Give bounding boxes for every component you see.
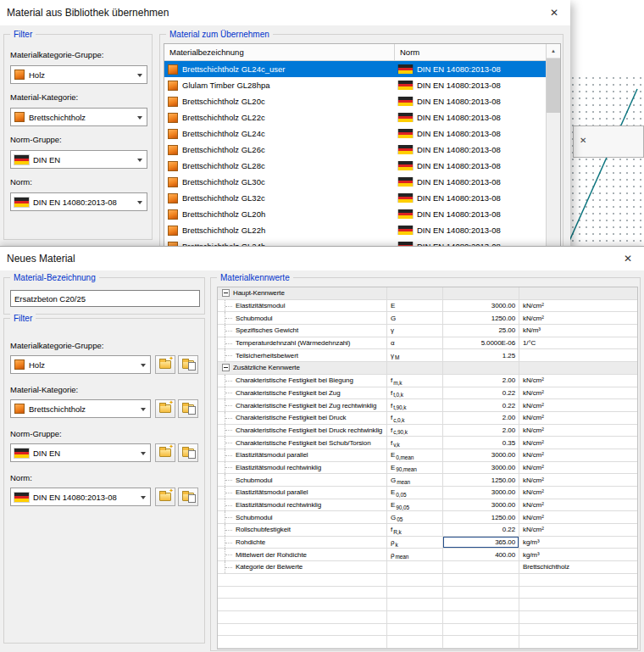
library-dialog-titlebar[interactable]: Material aus Bibliothek übernehmen ✕: [0, 0, 570, 25]
property-row[interactable]: Charakteristische Festigkeit bei Druck r…: [218, 425, 637, 437]
property-group-row[interactable]: Zusätzliche Kennwerte: [218, 362, 637, 375]
property-value-cell[interactable]: 365.00: [443, 537, 519, 549]
property-symbol-subscript: c,90,k: [393, 429, 408, 435]
property-row[interactable]: Charakteristische Festigkeit bei Biegung…: [218, 375, 637, 387]
property-value-cell[interactable]: 3000.00: [443, 449, 519, 462]
material-name: Glulam Timber GL28hpa: [182, 81, 270, 90]
library-button[interactable]: [178, 488, 198, 506]
collapse-icon[interactable]: [222, 364, 230, 371]
property-value-cell[interactable]: 2.00: [443, 425, 519, 437]
combo-material-kategorie[interactable]: Brettschichtholz: [10, 399, 151, 418]
new-entry-button[interactable]: [155, 488, 175, 506]
property-value-cell[interactable]: 0.22: [443, 387, 519, 400]
library-button[interactable]: [178, 399, 198, 418]
new-entry-button[interactable]: [155, 443, 175, 462]
property-row[interactable]: Charakteristische Festigkeit bei Druckfc…: [218, 412, 637, 425]
property-row[interactable]: RollschubfestigkeitfR,k0.22kN/cm²: [218, 524, 637, 537]
scroll-up-icon[interactable]: ▲: [547, 44, 560, 59]
scrollbar-thumb[interactable]: [547, 59, 560, 113]
combo-materialkategorie-gruppe[interactable]: Holz: [10, 65, 147, 84]
table-row[interactable]: Brettschichtholz GL24cDIN EN 14080:2013-…: [164, 125, 546, 142]
property-row[interactable]: Elastizitätsmodul rechtwinkligE90,mean30…: [218, 462, 637, 475]
vertical-scrollbar[interactable]: ▲: [546, 44, 560, 248]
property-value-cell[interactable]: 1250.00: [443, 474, 519, 487]
property-group-row[interactable]: Haupt-Kennwerte: [218, 287, 637, 300]
property-value-cell[interactable]: 3000.00: [443, 300, 519, 313]
library-button[interactable]: [178, 443, 198, 462]
property-row[interactable]: Elastizitätsmodul rechtwinkligE90,053000…: [218, 499, 637, 512]
folder-library-icon: [182, 404, 194, 413]
property-row[interactable]: SchubmodulG051250.00kN/cm²: [218, 511, 637, 524]
property-value-cell[interactable]: 25.00: [443, 325, 519, 337]
property-value-cell[interactable]: 0.22: [443, 399, 519, 412]
property-symbol-cell: ρmean: [387, 549, 443, 561]
property-row[interactable]: Rohdichteρk365.00kg/m³: [218, 537, 637, 549]
table-row[interactable]: Brettschichtholz GL26cDIN EN 14080:2013-…: [164, 142, 546, 158]
column-header-materialbezeichnung[interactable]: Materialbezeichnung: [164, 44, 395, 60]
material-name-input[interactable]: [10, 290, 200, 307]
close-icon[interactable]: ✕: [547, 7, 562, 19]
property-symbol: f: [391, 439, 392, 447]
norm-cell: DIN EN 14080:2013-08: [395, 64, 546, 74]
new-material-dialog-titlebar[interactable]: Neues Material ✕: [0, 247, 644, 270]
table-row[interactable]: Brettschichtholz GL22hDIN EN 14080:2013-…: [164, 222, 546, 238]
chevron-down-icon: [141, 496, 146, 499]
filter-field-label: Materialkategorie-Gruppe:: [10, 341, 103, 350]
norm-cell: DIN EN 14080:2013-08: [395, 177, 546, 187]
property-value-cell[interactable]: 3000.00: [443, 462, 519, 475]
close-icon[interactable]: ✕: [620, 253, 636, 265]
norm-cell: DIN EN 14080:2013-08: [395, 129, 546, 138]
property-row[interactable]: Charakteristische Festigkeit bei Zugft,0…: [218, 387, 637, 400]
norm-cell: DIN EN 14080:2013-08: [395, 97, 546, 106]
property-value-cell[interactable]: 1250.00: [443, 511, 519, 524]
table-row[interactable]: Brettschichtholz GL22cDIN EN 14080:2013-…: [164, 109, 546, 125]
german-flag-icon: [398, 113, 413, 122]
property-value-cell[interactable]: 2.00: [443, 412, 519, 425]
property-row[interactable]: Kategorie der BeiwerteBrettschichtholz: [218, 561, 637, 574]
combo-material-kategorie[interactable]: Brettschichtholz: [10, 108, 147, 126]
combo-norm-gruppe[interactable]: DIN EN: [10, 150, 147, 169]
table-row[interactable]: Brettschichtholz GL20hDIN EN 14080:2013-…: [164, 206, 546, 222]
property-value-cell[interactable]: 5.0000E-06: [443, 337, 519, 350]
combo-norm[interactable]: DIN EN 14080:2013-08: [10, 488, 151, 506]
property-value-cell[interactable]: 0.35: [443, 437, 519, 449]
table-row[interactable]: Brettschichtholz GL20cDIN EN 14080:2013-…: [164, 93, 546, 109]
property-row[interactable]: Spezifisches Gewichtγ25.00kN/m³: [218, 325, 637, 337]
property-value-cell[interactable]: 2.00: [443, 375, 519, 387]
property-value-cell[interactable]: 1.25: [443, 349, 519, 362]
table-row[interactable]: Brettschichtholz GL24c_userDIN EN 14080:…: [164, 61, 546, 77]
property-row[interactable]: SchubmodulGmean1250.00kN/cm²: [218, 474, 637, 487]
property-value-cell[interactable]: 1250.00: [443, 312, 519, 325]
combo-materialkategorie-gruppe[interactable]: Holz: [10, 355, 151, 374]
panel-close-icon[interactable]: ✕: [580, 136, 586, 145]
property-value-cell[interactable]: 400.00: [443, 549, 519, 561]
library-button[interactable]: [178, 355, 198, 374]
property-row[interactable]: Charakteristische Festigkeit bei Zug rec…: [218, 399, 637, 412]
german-flag-icon: [398, 81, 413, 90]
property-row[interactable]: ElastizitätsmodulE3000.00kN/cm²: [218, 300, 637, 313]
collapse-icon[interactable]: [222, 289, 230, 297]
property-row[interactable]: Charakteristische Festigkeit bei Schub/T…: [218, 437, 637, 449]
property-row[interactable]: Elastizitätsmodul parallelE0,053000.00kN…: [218, 487, 637, 499]
property-row[interactable]: Mittelwert der Rohdichteρmean400.00kg/m³: [218, 549, 637, 561]
property-row[interactable]: Elastizitätsmodul parallelE0,mean3000.00…: [218, 449, 637, 462]
property-row[interactable]: TeilsicherheitsbeiwertγM1.25: [218, 349, 637, 362]
table-row[interactable]: Brettschichtholz GL32cDIN EN 14080:2013-…: [164, 190, 546, 206]
property-symbol-subscript: mean: [397, 479, 410, 485]
material-icon: [168, 177, 178, 187]
new-entry-button[interactable]: [155, 355, 175, 374]
new-entry-button[interactable]: [155, 399, 175, 418]
property-value-cell[interactable]: 3000.00: [443, 487, 519, 499]
material-name: Brettschichtholz GL24c: [182, 129, 265, 138]
table-row[interactable]: Brettschichtholz GL30cDIN EN 14080:2013-…: [164, 174, 546, 190]
property-value-cell[interactable]: 0.22: [443, 524, 519, 537]
combo-norm-gruppe[interactable]: DIN EN: [10, 443, 151, 462]
property-value-cell[interactable]: [443, 561, 519, 574]
property-row[interactable]: Temperaturdehnzahl (Wärmedehnzahl)α5.000…: [218, 337, 637, 350]
table-row[interactable]: Glulam Timber GL28hpaDIN EN 14080:2013-0…: [164, 77, 546, 93]
property-value-cell[interactable]: 3000.00: [443, 499, 519, 512]
property-row[interactable]: SchubmodulG1250.00kN/cm²: [218, 312, 637, 325]
column-header-norm[interactable]: Norm: [395, 44, 560, 60]
combo-norm[interactable]: DIN EN 14080:2013-08: [10, 192, 147, 211]
table-row[interactable]: Brettschichtholz GL28cDIN EN 14080:2013-…: [164, 158, 546, 174]
